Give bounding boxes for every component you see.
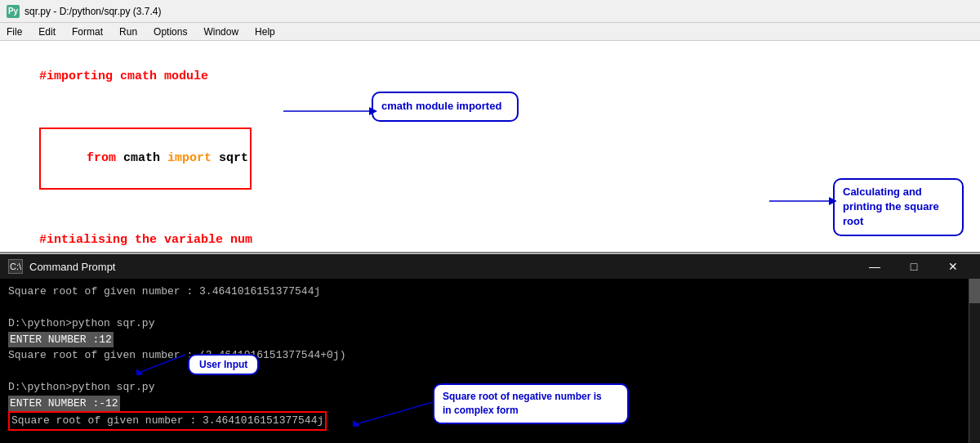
cmd-controls: — □ ✕	[856, 254, 972, 279]
cmd-maximize-button[interactable]: □	[895, 254, 933, 279]
callout-cmath: cmath module imported	[372, 92, 519, 122]
callout-print-text: Calculating andprinting the squareroot	[843, 186, 939, 227]
cmd-arrow-1	[136, 351, 192, 375]
cmd-minimize-button[interactable]: —	[856, 254, 893, 279]
cmd-window: C:\ Command Prompt — □ ✕ Square root of …	[0, 253, 980, 443]
cmd-line-input1: ENTER NUMBER :12	[8, 332, 972, 348]
svg-line-4	[136, 355, 185, 374]
code-line-3: #intialising the variable num	[10, 211, 970, 253]
cmd-scrollbar[interactable]	[969, 279, 980, 443]
callout-arrow-1	[283, 103, 377, 119]
scrollbar-thumb[interactable]	[969, 279, 980, 303]
callout-print: Calculating andprinting the squareroot	[833, 178, 964, 236]
menu-file[interactable]: File	[3, 25, 25, 39]
svg-marker-3	[829, 197, 836, 205]
cmd-title-text: Command Prompt	[29, 261, 856, 273]
menu-help[interactable]: Help	[252, 25, 278, 39]
cmd-callout-negative-text: Square root of negative number isin comp…	[443, 391, 602, 416]
cmd-close-button[interactable]: ✕	[934, 254, 972, 279]
menu-bar: File Edit Format Run Options Window Help	[0, 23, 980, 41]
title-bar: Py sqr.py - D:/python/sqr.py (3.7.4)	[0, 0, 980, 23]
code-comment-3: #intialising the variable num	[39, 233, 252, 247]
callout-cmath-text: cmath module imported	[381, 100, 501, 112]
app-icon: Py	[7, 5, 20, 18]
code-editor: #importing cmath module from cmath impor…	[0, 41, 980, 253]
cmd-line-1: Square root of given number : 3.46410161…	[8, 284, 972, 300]
svg-marker-1	[369, 107, 377, 115]
menu-run[interactable]: Run	[116, 25, 140, 39]
cmd-line-blank1	[8, 300, 972, 316]
svg-line-6	[353, 402, 433, 425]
callout-arrow-2	[769, 193, 836, 209]
menu-options[interactable]: Options	[150, 25, 190, 39]
cmd-line-run1: D:\python>python sqr.py	[8, 315, 972, 332]
title-text: sqr.py - D:/python/sqr.py (3.7.4)	[24, 6, 161, 17]
code-import-line: from cmath import sqrt	[39, 128, 252, 190]
cmd-callout-userinput-text: User Input	[199, 359, 247, 370]
cmd-arrow-2	[353, 398, 439, 427]
menu-format[interactable]: Format	[69, 25, 106, 39]
menu-edit[interactable]: Edit	[35, 25, 59, 39]
cmd-body: Square root of given number : 3.46410161…	[0, 279, 980, 443]
cmd-callout-userinput: User Input	[188, 354, 259, 375]
cmd-callout-negative: Square root of negative number isin comp…	[433, 383, 629, 424]
menu-window[interactable]: Window	[200, 25, 242, 39]
cmd-title-bar: C:\ Command Prompt — □ ✕	[0, 254, 980, 279]
code-comment-1: #importing cmath module	[39, 69, 208, 83]
cmd-icon: C:\	[8, 259, 23, 274]
